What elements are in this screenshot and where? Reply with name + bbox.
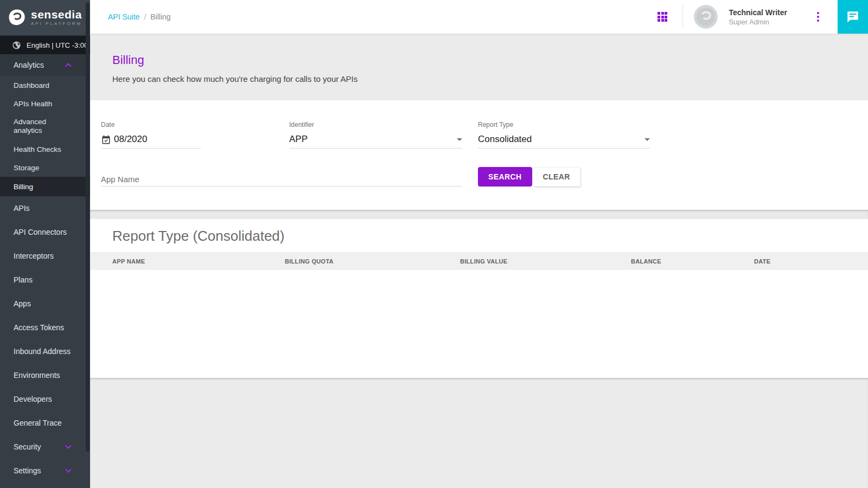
globe-icon xyxy=(12,41,21,50)
filter-form: Date 08/2020 Identifier xyxy=(90,100,868,210)
report-type-value: Consolidated xyxy=(478,134,532,145)
date-label: Date xyxy=(101,121,201,129)
page-footer-area xyxy=(90,378,868,488)
search-button[interactable]: SEARCH xyxy=(478,167,532,187)
sidebar-group-security[interactable]: Security xyxy=(0,435,90,459)
sidebar-item-access-tokens[interactable]: Access Tokens xyxy=(0,316,90,339)
sidebar-scrollbar[interactable] xyxy=(86,2,90,452)
chat-bubble-icon xyxy=(846,10,860,24)
sidebar-item-apis-health[interactable]: APIs Health xyxy=(0,94,90,113)
breadcrumb-separator: / xyxy=(144,12,146,21)
sidebar-item-apps[interactable]: Apps xyxy=(0,292,90,316)
avatar[interactable] xyxy=(694,5,718,29)
column-billing-quota: BILLING QUOTA xyxy=(285,258,460,265)
sidebar-group-analytics[interactable]: Analytics xyxy=(0,54,90,76)
dropdown-caret-icon xyxy=(644,138,650,141)
main-area: API Suite / Billing Technical Writer xyxy=(90,0,868,488)
identifier-label: Identifier xyxy=(289,121,462,129)
column-date: DATE xyxy=(754,258,868,265)
sidebar-group-settings[interactable]: Settings xyxy=(0,459,90,483)
sidebar-item-api-connectors[interactable]: API Connectors xyxy=(0,220,90,244)
sidebar-item-interceptors[interactable]: Interceptors xyxy=(0,244,90,268)
table-header-row: APP NAME BILLING QUOTA BILLING VALUE BAL… xyxy=(90,252,868,270)
app-name-input[interactable] xyxy=(101,172,462,186)
sidebar-menu: Analytics Dashboard APIs Health Advanced… xyxy=(0,54,90,483)
breadcrumb-current: Billing xyxy=(150,12,170,21)
results-section: Report Type (Consolidated) APP NAME BILL… xyxy=(90,219,868,378)
identifier-value: APP xyxy=(289,134,308,145)
app-root: sensedia API PLATFORM English | UTC -3:0… xyxy=(0,0,868,488)
section-divider xyxy=(90,210,868,219)
brand-tagline: API PLATFORM xyxy=(31,21,82,26)
date-field[interactable]: Date 08/2020 xyxy=(101,121,201,149)
avatar-logo-glyph xyxy=(695,6,717,28)
user-name: Technical Writer xyxy=(729,8,787,17)
page-title: Billing xyxy=(112,53,868,67)
sidebar-item-dashboard[interactable]: Dashboard xyxy=(0,76,90,94)
brand-logo[interactable]: sensedia API PLATFORM xyxy=(0,0,90,35)
results-title: Report Type (Consolidated) xyxy=(112,228,868,245)
kebab-menu-icon[interactable] xyxy=(817,12,819,22)
date-value: 08/2020 xyxy=(114,134,147,145)
page-header: Billing Here you can check how much you'… xyxy=(90,34,868,100)
header-divider xyxy=(682,5,683,29)
sidebar-item-storage[interactable]: Storage xyxy=(0,158,90,177)
sidebar-item-general-trace[interactable]: General Trace xyxy=(0,411,90,435)
calendar-check-icon xyxy=(101,134,111,145)
user-role: Super Admin xyxy=(729,18,787,26)
language-selector[interactable]: English | UTC -3:00 xyxy=(0,36,90,54)
sensedia-logo-icon xyxy=(8,8,26,27)
sidebar-item-apis[interactable]: APIs xyxy=(0,196,90,220)
dropdown-caret-icon xyxy=(457,138,462,141)
breadcrumb: API Suite / Billing xyxy=(108,12,171,21)
report-type-label: Report Type xyxy=(478,121,650,129)
table-body-empty xyxy=(90,270,868,378)
chat-button[interactable] xyxy=(838,0,868,34)
page-subtitle: Here you can check how much you're charg… xyxy=(112,74,868,84)
identifier-select[interactable]: Identifier APP xyxy=(289,121,462,149)
sidebar-item-billing[interactable]: Billing xyxy=(0,177,90,196)
sidebar-item-health-checks[interactable]: Health Checks xyxy=(0,140,90,158)
sidebar-item-plans[interactable]: Plans xyxy=(0,268,90,292)
column-balance: BALANCE xyxy=(631,258,754,265)
chevron-down-icon xyxy=(65,468,72,473)
language-label: English | UTC -3:00 xyxy=(27,41,88,49)
column-billing-value: BILLING VALUE xyxy=(460,258,631,265)
chevron-down-icon xyxy=(65,445,72,449)
top-bar: API Suite / Billing Technical Writer xyxy=(90,0,868,34)
sidebar-item-advanced-analytics[interactable]: Advanced analytics xyxy=(0,113,90,140)
report-type-select[interactable]: Report Type Consolidated xyxy=(478,121,650,149)
column-app-name: APP NAME xyxy=(112,258,285,265)
brand-name: sensedia xyxy=(31,9,82,20)
apps-grid-icon[interactable] xyxy=(658,12,667,22)
breadcrumb-api-suite[interactable]: API Suite xyxy=(108,12,139,21)
sidebar: sensedia API PLATFORM English | UTC -3:0… xyxy=(0,0,90,488)
clear-button[interactable]: CLEAR xyxy=(533,167,580,187)
chevron-up-icon xyxy=(65,63,72,67)
sidebar-item-inbound-address[interactable]: Inbound Address xyxy=(0,339,90,363)
app-name-field xyxy=(101,172,462,187)
sidebar-item-environments[interactable]: Environments xyxy=(0,363,90,387)
sidebar-item-developers[interactable]: Developers xyxy=(0,387,90,411)
